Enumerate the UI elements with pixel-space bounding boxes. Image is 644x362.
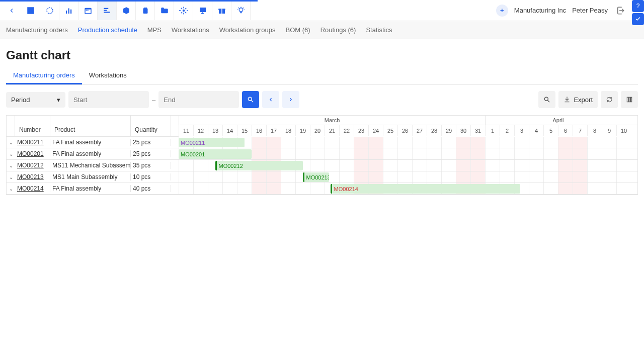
sub-navigation: Manufacturing orders Production schedule… bbox=[0, 21, 644, 39]
company-selector[interactable]: Manufacturing Inc bbox=[514, 7, 566, 14]
svg-point-11 bbox=[182, 9, 185, 12]
subnav-workstations[interactable]: Workstations bbox=[172, 26, 209, 34]
subnav-production-schedule[interactable]: Production schedule bbox=[78, 26, 137, 34]
next-period-button[interactable] bbox=[282, 91, 299, 108]
gantt-right-rows: MO00211MO00201MO00212MO00213MO00214 bbox=[179, 137, 637, 195]
day-cell: 17 bbox=[266, 125, 281, 136]
module-ideas-icon[interactable] bbox=[231, 1, 251, 20]
subnav-manufacturing-orders[interactable]: Manufacturing orders bbox=[6, 26, 68, 34]
columns-button[interactable] bbox=[621, 91, 638, 108]
filter-bar: Period ▾ – bbox=[6, 91, 638, 108]
expand-row-toggle[interactable]: ⌄ bbox=[7, 174, 15, 180]
month-cell: March bbox=[179, 116, 485, 125]
product-cell: MS1 Main Subassembly bbox=[50, 173, 131, 180]
tab-workstations[interactable]: Workstations bbox=[82, 67, 134, 84]
tab-manufacturing-orders[interactable]: Manufacturing orders bbox=[6, 67, 82, 84]
day-cell: 12 bbox=[193, 125, 208, 136]
checklist-icon[interactable] bbox=[632, 13, 644, 25]
gantt-bar[interactable]: MO00211 bbox=[179, 138, 245, 147]
gantt-row: ⌄MO00211FA Final assembly25 pcs bbox=[7, 137, 179, 148]
module-files-icon[interactable] bbox=[155, 1, 174, 20]
day-cell: 7 bbox=[573, 125, 587, 136]
topbar: + Manufacturing Inc Peter Peasy ? bbox=[0, 0, 644, 21]
module-calendar-icon[interactable] bbox=[78, 1, 98, 20]
gantt-bar[interactable]: MO00201 bbox=[179, 149, 252, 159]
day-cell: 10 bbox=[616, 125, 631, 136]
search-tool-button[interactable] bbox=[538, 91, 555, 108]
expand-all-column bbox=[7, 116, 15, 136]
module-presentation-icon[interactable] bbox=[193, 1, 212, 20]
subnav-mps[interactable]: MPS bbox=[147, 26, 162, 34]
subnav-routings[interactable]: Routings (6) bbox=[320, 26, 356, 34]
period-select[interactable]: Period ▾ bbox=[6, 92, 65, 108]
subnav-bom[interactable]: BOM (6) bbox=[286, 26, 310, 34]
product-cell: FA Final assembly bbox=[50, 139, 131, 146]
day-cell: 8 bbox=[587, 125, 602, 136]
gantt-bar[interactable]: MO00213 bbox=[303, 172, 329, 182]
column-quantity: Quantity bbox=[131, 116, 171, 136]
user-menu[interactable]: Peter Peasy bbox=[572, 7, 608, 14]
gantt-row: ⌄MO00201FA Final assembly25 pcs bbox=[7, 148, 179, 160]
module-settings-icon[interactable] bbox=[174, 1, 193, 20]
day-cell: 19 bbox=[295, 125, 310, 136]
day-cell: 6 bbox=[558, 125, 573, 136]
day-cell: 5 bbox=[543, 125, 558, 136]
order-number-link[interactable]: MO00211 bbox=[15, 139, 50, 146]
order-number-link[interactable]: MO00213 bbox=[15, 173, 50, 180]
module-gift-icon[interactable] bbox=[212, 1, 231, 20]
svg-rect-23 bbox=[629, 97, 630, 102]
product-cell: MS11 Mechanical Subassembly bbox=[50, 162, 131, 169]
expand-row-toggle[interactable]: ⌄ bbox=[7, 140, 15, 145]
day-cell: 20 bbox=[310, 125, 325, 136]
module-dashboard-icon[interactable] bbox=[40, 1, 59, 20]
gantt-timeline-row: MO00201 bbox=[179, 148, 637, 160]
gantt-left-rows: ⌄MO00211FA Final assembly25 pcs⌄MO00201F… bbox=[7, 137, 179, 195]
page-title: Gantt chart bbox=[6, 48, 638, 62]
add-button[interactable]: + bbox=[496, 5, 508, 17]
chevron-down-icon: ▾ bbox=[57, 96, 60, 104]
svg-point-16 bbox=[239, 8, 243, 12]
order-number-link[interactable]: MO00212 bbox=[15, 162, 50, 169]
day-cell: 1 bbox=[485, 125, 500, 136]
back-button[interactable] bbox=[4, 3, 19, 18]
day-cell: 28 bbox=[427, 125, 441, 136]
subnav-workstation-groups[interactable]: Workstation groups bbox=[219, 26, 276, 34]
help-icon[interactable]: ? bbox=[632, 0, 644, 12]
gantt-bar[interactable]: MO00214 bbox=[331, 184, 520, 194]
gantt-bar[interactable]: MO00212 bbox=[215, 161, 303, 170]
expand-row-toggle[interactable]: ⌄ bbox=[7, 186, 15, 192]
end-date-field[interactable] bbox=[158, 91, 239, 108]
export-button[interactable]: Export bbox=[558, 91, 598, 108]
start-date-input[interactable] bbox=[73, 96, 158, 104]
module-sales-icon[interactable] bbox=[21, 1, 40, 20]
svg-rect-22 bbox=[627, 97, 628, 102]
day-cell: 24 bbox=[368, 125, 383, 136]
month-header-row: MarchApril bbox=[179, 116, 637, 125]
svg-rect-12 bbox=[200, 8, 206, 12]
refresh-button[interactable] bbox=[601, 91, 618, 108]
order-number-link[interactable]: MO00214 bbox=[15, 185, 50, 192]
column-product: Product bbox=[50, 116, 131, 136]
svg-rect-17 bbox=[240, 12, 242, 13]
expand-row-toggle[interactable]: ⌄ bbox=[7, 151, 15, 157]
svg-rect-10 bbox=[104, 12, 110, 13]
logout-icon[interactable] bbox=[613, 3, 628, 18]
module-purchasing-icon[interactable] bbox=[136, 1, 155, 20]
gantt-chart: Number Product Quantity MarchApril 11121… bbox=[6, 115, 638, 195]
column-number: Number bbox=[15, 116, 50, 136]
start-date-field[interactable] bbox=[68, 91, 149, 108]
search-button[interactable] bbox=[242, 91, 259, 108]
day-cell: 13 bbox=[208, 125, 222, 136]
prev-period-button[interactable] bbox=[262, 91, 279, 108]
module-inventory-icon[interactable] bbox=[117, 1, 136, 20]
svg-rect-8 bbox=[104, 8, 108, 9]
module-gantt-icon[interactable] bbox=[98, 1, 117, 20]
svg-rect-7 bbox=[87, 10, 88, 11]
order-number-link[interactable]: MO00201 bbox=[15, 150, 50, 157]
subnav-statistics[interactable]: Statistics bbox=[366, 26, 392, 34]
day-cell: 16 bbox=[252, 125, 266, 136]
day-cell: 26 bbox=[397, 125, 412, 136]
module-analytics-icon[interactable] bbox=[59, 1, 78, 20]
expand-row-toggle[interactable]: ⌄ bbox=[7, 163, 15, 168]
end-date-input[interactable] bbox=[164, 96, 248, 104]
